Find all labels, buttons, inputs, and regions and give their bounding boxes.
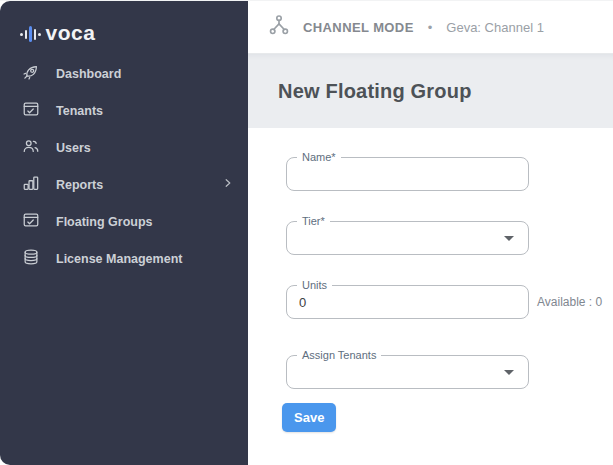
logo-text: voca [46, 23, 96, 43]
sidebar-item-floating-groups[interactable]: Floating Groups [0, 203, 248, 240]
users-icon [22, 137, 40, 158]
available-count-label: Available : 0 [537, 295, 602, 309]
name-field: Name* [286, 157, 529, 191]
sidebar-item-users[interactable]: Users [0, 129, 248, 166]
name-field-label: Name* [297, 151, 341, 163]
tier-select-label: Tier* [297, 215, 330, 227]
app-window: voca Dashboard [0, 0, 613, 465]
rocket-icon [22, 63, 40, 84]
sidebar-item-license-management[interactable]: License Management [0, 240, 248, 277]
sidebar-item-label: Tenants [56, 104, 103, 118]
sidebar-item-label: Dashboard [56, 67, 121, 81]
sidebar-item-dashboard[interactable]: Dashboard [0, 55, 248, 92]
channel-context-label: Geva: Channel 1 [446, 20, 544, 35]
assign-tenants-label: Assign Tenants [297, 349, 381, 361]
main-area: CHANNEL MODE • Geva: Channel 1 New Float… [248, 1, 613, 465]
database-icon [22, 248, 40, 269]
chevron-right-icon [222, 177, 234, 192]
top-header: CHANNEL MODE • Geva: Channel 1 [248, 1, 613, 54]
save-button[interactable]: Save [282, 403, 336, 432]
header-separator: • [428, 20, 433, 35]
sidebar: voca Dashboard [0, 1, 248, 465]
sidebar-nav: Dashboard Tenants [0, 55, 248, 277]
sidebar-item-tenants[interactable]: Tenants [0, 92, 248, 129]
units-row: Units Available : 0 [286, 285, 613, 319]
sidebar-item-label: Users [56, 141, 91, 155]
channel-mode-label: CHANNEL MODE [303, 20, 414, 35]
reports-icon [22, 174, 40, 195]
dropdown-arrow-icon [504, 370, 514, 375]
sidebar-item-label: Reports [56, 178, 103, 192]
floating-groups-icon [22, 211, 40, 232]
sidebar-item-label: Floating Groups [56, 215, 153, 229]
equalizer-icon [20, 25, 41, 43]
dropdown-arrow-icon [504, 236, 514, 241]
channel-mode-icon [268, 14, 290, 40]
title-band: New Floating Group [248, 54, 613, 128]
tenants-icon [22, 100, 40, 121]
assign-tenants-select[interactable]: Assign Tenants [286, 355, 529, 389]
sidebar-item-reports[interactable]: Reports [0, 166, 248, 203]
tier-select[interactable]: Tier* [286, 221, 529, 255]
voca-logo[interactable]: voca [0, 1, 248, 43]
page-title: New Floating Group [278, 80, 472, 103]
units-field: Units [286, 285, 529, 319]
units-field-label: Units [297, 279, 332, 291]
new-floating-group-form: Name* Tier* Units Available : 0 Assign T… [248, 128, 613, 465]
sidebar-item-label: License Management [56, 252, 182, 266]
